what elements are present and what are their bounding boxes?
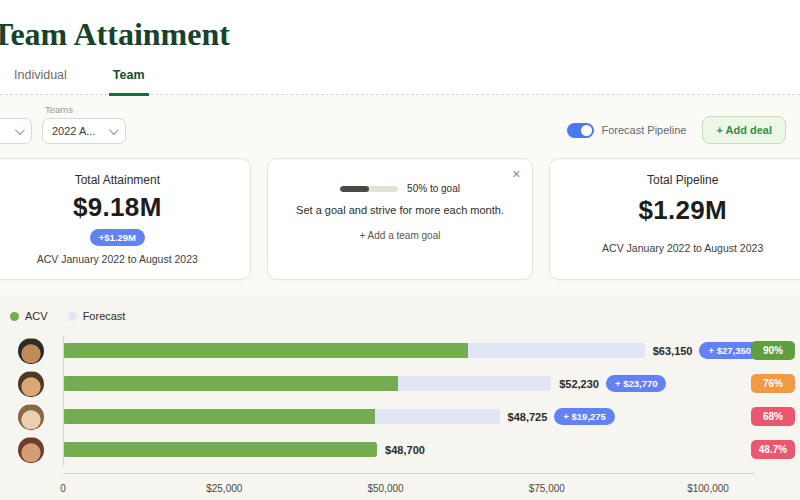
forecast-bar[interactable] bbox=[468, 343, 644, 358]
filter-group-1: All bbox=[0, 104, 32, 144]
attainment-chart: ACV Forecast $63,150+ $27,35090%$52,230+… bbox=[0, 296, 800, 500]
acv-value-label: $63,150 bbox=[653, 345, 693, 357]
acv-value-label: $52,230 bbox=[559, 378, 599, 390]
filter-label-1 bbox=[0, 104, 32, 115]
close-icon[interactable]: × bbox=[512, 166, 520, 182]
forecast-delta-badge: + $23,770 bbox=[606, 375, 667, 392]
team-goal-card: × 50% to goal Set a goal and strive for … bbox=[267, 158, 534, 280]
teams-dropdown[interactable]: 2022 A... bbox=[42, 118, 126, 144]
total-pipeline-card: Total Pipeline $1.29M ACV January 2022 t… bbox=[549, 158, 800, 280]
toolbar-right: Forecast Pipeline + Add deal bbox=[567, 116, 786, 144]
chevron-down-icon bbox=[15, 125, 25, 135]
badge-cell: 90% bbox=[708, 341, 800, 360]
legend-acv-label: ACV bbox=[25, 310, 48, 322]
total-attainment-card: Total Attainment $9.18M +$1.29M ACV Janu… bbox=[0, 158, 251, 280]
x-axis-ticks: 0$25,000$50,000$75,000$100,000 bbox=[63, 483, 708, 500]
chart-row: $63,150+ $27,35090% bbox=[0, 334, 800, 367]
bar-lane: $63,150+ $27,350 bbox=[63, 334, 708, 367]
acv-bar[interactable] bbox=[63, 343, 470, 358]
avatar-cell bbox=[0, 371, 63, 397]
forecast-pipeline-toggle[interactable] bbox=[567, 123, 594, 138]
badge-cell: 68% bbox=[708, 407, 800, 426]
avatar[interactable] bbox=[18, 371, 44, 397]
attainment-percent-badge: 48.7% bbox=[751, 440, 795, 459]
forecast-bar[interactable] bbox=[398, 376, 551, 391]
attainment-percent-badge: 68% bbox=[751, 407, 795, 426]
badge-cell: 48.7% bbox=[708, 440, 800, 459]
attainment-subtitle: ACV January 2022 to August 2023 bbox=[0, 253, 240, 265]
pipeline-subtitle: ACV January 2022 to August 2023 bbox=[560, 242, 800, 254]
pipeline-title: Total Pipeline bbox=[560, 173, 800, 187]
attainment-percent-badge: 76% bbox=[751, 374, 795, 393]
bar-lane: $48,700 bbox=[63, 433, 708, 466]
chart-row: $48,725+ $19,27568% bbox=[0, 400, 800, 433]
forecast-delta-badge: + $19,275 bbox=[554, 408, 615, 425]
badge-cell: 76% bbox=[708, 374, 800, 393]
acv-value-label: $48,725 bbox=[508, 411, 548, 423]
add-team-goal-link[interactable]: + Add a team goal bbox=[360, 230, 441, 241]
filter-label-teams: Teams bbox=[42, 104, 126, 115]
attainment-value: $9.18M bbox=[0, 192, 240, 223]
goal-message: Set a goal and strive for more each mont… bbox=[278, 204, 523, 216]
add-deal-button[interactable]: + Add deal bbox=[702, 116, 786, 144]
chart-row: $52,230+ $23,77076% bbox=[0, 367, 800, 400]
filters: All Teams 2022 A... bbox=[0, 104, 126, 144]
attainment-delta-badge: +$1.29M bbox=[90, 229, 145, 246]
teams-value: 2022 A... bbox=[52, 125, 95, 137]
toggle-knob bbox=[581, 125, 592, 136]
acv-legend-dot bbox=[10, 312, 19, 321]
legend-forecast-label: Forecast bbox=[83, 310, 126, 322]
x-axis-tick: $75,000 bbox=[529, 483, 565, 494]
x-axis-tick: $25,000 bbox=[206, 483, 242, 494]
acv-bar[interactable] bbox=[63, 409, 377, 424]
x-axis-line bbox=[63, 473, 755, 474]
avatar-cell bbox=[0, 338, 63, 364]
chevron-down-icon bbox=[109, 125, 119, 135]
avatar-cell bbox=[0, 437, 63, 463]
legend-acv: ACV bbox=[10, 310, 48, 322]
filter-toolbar: All Teams 2022 A... Forecast Pipeline + … bbox=[0, 95, 800, 158]
tab-individual[interactable]: Individual bbox=[10, 68, 71, 94]
tab-team[interactable]: Team bbox=[109, 68, 149, 96]
forecast-pipeline-toggle-group: Forecast Pipeline bbox=[567, 123, 686, 138]
y-axis-line bbox=[63, 336, 64, 466]
avatar[interactable] bbox=[18, 437, 44, 463]
page-header: Team Attainment bbox=[0, 0, 800, 54]
acv-bar[interactable] bbox=[63, 442, 377, 457]
toggle-label: Forecast Pipeline bbox=[601, 124, 686, 136]
x-axis-tick: $100,000 bbox=[687, 483, 729, 494]
chart-rows: $63,150+ $27,35090%$52,230+ $23,77076%$4… bbox=[0, 334, 800, 466]
filter-dropdown-1[interactable]: All bbox=[0, 118, 32, 144]
bar-lane: $48,725+ $19,275 bbox=[63, 400, 708, 433]
x-axis-tick: 0 bbox=[60, 483, 66, 494]
pipeline-value: $1.29M bbox=[560, 195, 800, 226]
x-axis-tick: $50,000 bbox=[367, 483, 403, 494]
goal-progress-bar bbox=[340, 186, 398, 192]
avatar[interactable] bbox=[18, 404, 44, 430]
page-title: Team Attainment bbox=[0, 14, 800, 54]
chart-legend: ACV Forecast bbox=[0, 304, 800, 334]
acv-bar[interactable] bbox=[63, 376, 400, 391]
avatar[interactable] bbox=[18, 338, 44, 364]
goal-progress-label: 50% to goal bbox=[407, 183, 460, 194]
chart-row: $48,70048.7% bbox=[0, 433, 800, 466]
summary-cards: Total Attainment $9.18M +$1.29M ACV Janu… bbox=[0, 158, 800, 296]
attainment-title: Total Attainment bbox=[0, 173, 240, 187]
acv-value-label: $48,700 bbox=[385, 444, 425, 456]
legend-forecast: Forecast bbox=[68, 310, 126, 322]
filter-group-teams: Teams 2022 A... bbox=[42, 104, 126, 144]
forecast-bar[interactable] bbox=[375, 409, 499, 424]
attainment-percent-badge: 90% bbox=[751, 341, 795, 360]
avatar-cell bbox=[0, 404, 63, 430]
tab-bar: Individual Team bbox=[0, 54, 800, 95]
bar-lane: $52,230+ $23,770 bbox=[63, 367, 708, 400]
forecast-legend-dot bbox=[68, 312, 77, 321]
